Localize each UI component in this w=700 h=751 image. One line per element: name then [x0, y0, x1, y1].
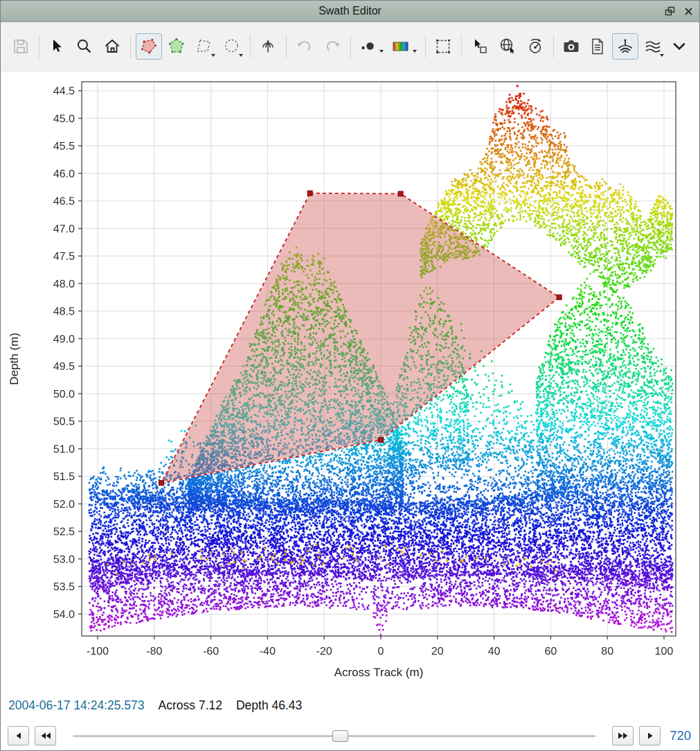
document-icon	[588, 37, 607, 56]
chevron-down-icon	[413, 50, 417, 53]
camera-icon	[562, 37, 581, 56]
colormap-icon	[391, 37, 411, 56]
pick-point-button[interactable]	[467, 33, 493, 60]
red-polygon-icon	[139, 37, 159, 56]
zoom-button[interactable]	[71, 33, 98, 60]
select-cursor-button[interactable]	[44, 33, 70, 60]
transport-bar: 720	[1, 719, 699, 751]
zoom-window-button[interactable]	[430, 33, 456, 60]
dashed-polygon-icon	[195, 37, 214, 56]
cursor-depth-readout: Depth 46.43	[236, 698, 302, 713]
step-back-icon	[15, 732, 23, 740]
redo-icon	[323, 37, 342, 56]
dashed-rect-icon	[433, 37, 453, 56]
swath-canvas[interactable]	[1, 71, 699, 691]
chevron-down-icon	[239, 54, 243, 57]
rotate-compass-icon	[526, 37, 545, 56]
fast-forward-icon	[618, 732, 629, 740]
multi-swath-view-button[interactable]	[640, 33, 666, 60]
undo-button[interactable]	[291, 33, 318, 60]
single-swath-view-button[interactable]	[612, 33, 638, 60]
dashed-circle-icon	[222, 37, 242, 56]
circle-select-button[interactable]	[219, 33, 245, 60]
slider-handle[interactable]	[332, 730, 348, 742]
fast-rewind-button[interactable]	[35, 726, 56, 745]
chevron-down-icon	[379, 50, 384, 53]
chevron-down-icon	[660, 54, 664, 57]
ping-slider[interactable]	[73, 728, 595, 743]
geo-pick-button[interactable]	[494, 33, 521, 60]
chevron-down-icon	[211, 54, 215, 57]
point-size-button[interactable]	[355, 33, 387, 60]
home-view-button[interactable]	[99, 33, 125, 60]
beam-flag-button[interactable]	[255, 33, 281, 60]
floppy-icon	[11, 37, 30, 56]
green-polygon-icon	[167, 37, 186, 56]
ping-timestamp: 2004-06-17 14:24:25.573	[8, 698, 145, 713]
status-bar: 2004-06-17 14:24:25.573 Across 7.12 Dept…	[1, 691, 699, 719]
step-forward-icon	[646, 732, 654, 740]
pick-cursor-icon	[470, 37, 490, 56]
toolbar	[1, 22, 699, 71]
cursor-icon	[47, 37, 66, 56]
magnifier-icon	[75, 37, 94, 56]
undock-icon	[664, 6, 676, 17]
window-title: Swath Editor	[1, 5, 699, 17]
undo-icon	[295, 37, 314, 56]
fast-forward-button[interactable]	[612, 726, 634, 745]
info-page-button[interactable]	[584, 33, 611, 60]
redo-button[interactable]	[319, 33, 345, 60]
fast-back-icon	[40, 732, 51, 740]
single-swath-icon	[616, 37, 635, 56]
polygon-accept-button[interactable]	[163, 33, 190, 60]
next-ping-button[interactable]	[639, 726, 661, 745]
polygon-lasso-button[interactable]	[191, 33, 217, 60]
prev-ping-button[interactable]	[8, 726, 29, 745]
point-size-icon	[358, 37, 377, 56]
float-window-button[interactable]	[663, 4, 676, 18]
color-scale-button[interactable]	[388, 33, 420, 60]
title-bar: Swath Editor	[1, 1, 699, 22]
globe-icon	[498, 37, 517, 56]
rotate-view-button[interactable]	[522, 33, 548, 60]
cursor-across-readout: Across 7.12	[159, 698, 222, 713]
ping-count: 720	[666, 728, 692, 743]
polygon-reject-button[interactable]	[136, 33, 162, 60]
beam-fan-icon	[258, 37, 278, 56]
close-window-button[interactable]	[681, 4, 695, 18]
swath-stack-icon	[643, 37, 663, 56]
save-button[interactable]	[8, 33, 34, 60]
swath-plot-panel	[1, 71, 699, 691]
chevron-down-icon	[670, 37, 689, 56]
home-icon	[102, 37, 122, 56]
close-icon	[683, 6, 694, 17]
snapshot-button[interactable]	[558, 33, 584, 60]
more-tools-button[interactable]	[666, 33, 692, 60]
